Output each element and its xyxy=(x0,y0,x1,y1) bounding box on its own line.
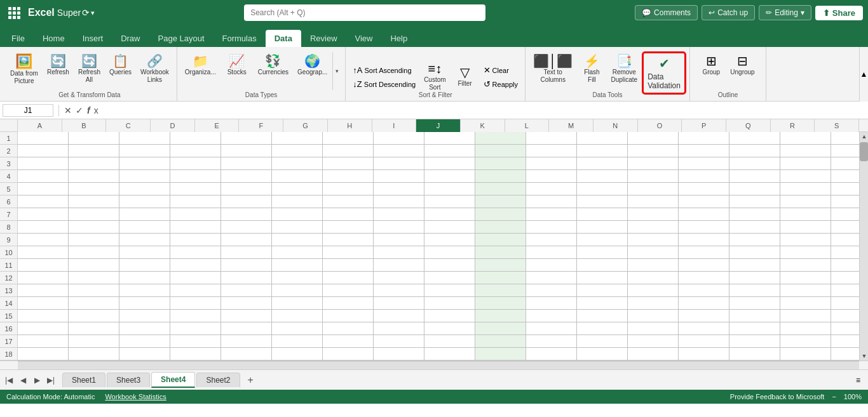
cell-I16[interactable] xyxy=(424,322,475,335)
cell-P17[interactable] xyxy=(780,335,831,348)
cell-K8[interactable] xyxy=(526,221,577,234)
confirm-formula-icon[interactable]: ✓ xyxy=(76,105,83,116)
row-header-1[interactable]: 1 xyxy=(0,132,17,145)
cell-D3[interactable] xyxy=(170,157,221,170)
cell-N6[interactable] xyxy=(679,195,729,208)
cell-O17[interactable] xyxy=(729,335,780,348)
col-header-C[interactable]: C xyxy=(106,119,151,132)
cell-P7[interactable] xyxy=(780,208,831,221)
cell-J4[interactable] xyxy=(475,170,526,183)
cell-F6[interactable] xyxy=(272,195,323,208)
cell-J18[interactable] xyxy=(475,348,526,361)
cell-D15[interactable] xyxy=(170,310,221,322)
cell-M8[interactable] xyxy=(628,221,679,234)
cell-I4[interactable] xyxy=(424,170,475,183)
cell-Q18[interactable] xyxy=(831,348,859,361)
cell-G15[interactable] xyxy=(323,310,374,322)
row-header-5[interactable]: 5 xyxy=(0,183,17,195)
cell-D11[interactable] xyxy=(170,259,221,272)
cell-G18[interactable] xyxy=(323,348,374,361)
cell-L14[interactable] xyxy=(577,297,628,310)
cell-D16[interactable] xyxy=(170,322,221,335)
cell-P5[interactable] xyxy=(780,183,831,195)
cell-O1[interactable] xyxy=(729,132,780,145)
cell-A1[interactable] xyxy=(18,132,69,145)
cell-B5[interactable] xyxy=(69,183,119,195)
cell-A6[interactable] xyxy=(18,195,69,208)
cell-J6[interactable] xyxy=(475,195,526,208)
cell-F10[interactable] xyxy=(272,246,323,259)
cell-I1[interactable] xyxy=(424,132,475,145)
cell-G17[interactable] xyxy=(323,335,374,348)
cell-P13[interactable] xyxy=(780,284,831,297)
cell-M3[interactable] xyxy=(628,157,679,170)
comments-button[interactable]: 💬 Comments xyxy=(635,5,698,20)
waffle-menu-icon[interactable] xyxy=(5,4,23,22)
cell-F15[interactable] xyxy=(272,310,323,322)
data-from-picture-button[interactable]: 🖼️ Data fromPicture xyxy=(6,52,42,88)
cell-K13[interactable] xyxy=(526,284,577,297)
cell-L4[interactable] xyxy=(577,170,628,183)
cell-D6[interactable] xyxy=(170,195,221,208)
row-header-14[interactable]: 14 xyxy=(0,297,17,310)
cell-H7[interactable] xyxy=(374,208,424,221)
cell-D8[interactable] xyxy=(170,221,221,234)
cell-G11[interactable] xyxy=(323,259,374,272)
horizontal-scrollbar[interactable] xyxy=(18,361,859,369)
cell-D12[interactable] xyxy=(170,272,221,284)
cell-H11[interactable] xyxy=(374,259,424,272)
cell-C1[interactable] xyxy=(119,132,170,145)
cell-D7[interactable] xyxy=(170,208,221,221)
cell-L2[interactable] xyxy=(577,145,628,157)
col-header-S[interactable]: S xyxy=(815,119,859,132)
cell-K9[interactable] xyxy=(526,234,577,246)
cell-Q1[interactable] xyxy=(831,132,859,145)
cell-L13[interactable] xyxy=(577,284,628,297)
cell-A2[interactable] xyxy=(18,145,69,157)
row-header-17[interactable]: 17 xyxy=(0,335,17,348)
col-header-D[interactable]: D xyxy=(151,119,195,132)
cell-L8[interactable] xyxy=(577,221,628,234)
cell-J5[interactable] xyxy=(475,183,526,195)
cell-N14[interactable] xyxy=(679,297,729,310)
row-header-8[interactable]: 8 xyxy=(0,221,17,234)
cell-H13[interactable] xyxy=(374,284,424,297)
cell-I6[interactable] xyxy=(424,195,475,208)
cell-K2[interactable] xyxy=(526,145,577,157)
cell-J14[interactable] xyxy=(475,297,526,310)
cell-N11[interactable] xyxy=(679,259,729,272)
cell-E3[interactable] xyxy=(221,157,272,170)
cell-I11[interactable] xyxy=(424,259,475,272)
cell-P2[interactable] xyxy=(780,145,831,157)
cell-J8[interactable] xyxy=(475,221,526,234)
cell-F16[interactable] xyxy=(272,322,323,335)
cell-B1[interactable] xyxy=(69,132,119,145)
zoom-out-icon[interactable]: − xyxy=(832,393,836,400)
cell-O9[interactable] xyxy=(729,234,780,246)
cell-C8[interactable] xyxy=(119,221,170,234)
cell-D9[interactable] xyxy=(170,234,221,246)
cell-L3[interactable] xyxy=(577,157,628,170)
cell-Q4[interactable] xyxy=(831,170,859,183)
cell-P18[interactable] xyxy=(780,348,831,361)
cell-M7[interactable] xyxy=(628,208,679,221)
sheet-next-button[interactable]: ▶ xyxy=(31,374,43,387)
cell-E2[interactable] xyxy=(221,145,272,157)
cell-C14[interactable] xyxy=(119,297,170,310)
cell-I8[interactable] xyxy=(424,221,475,234)
cell-M14[interactable] xyxy=(628,297,679,310)
ungroup-button[interactable]: ⊟ Ungroup xyxy=(726,52,758,79)
cell-Q5[interactable] xyxy=(831,183,859,195)
cell-O4[interactable] xyxy=(729,170,780,183)
cell-M16[interactable] xyxy=(628,322,679,335)
cell-C16[interactable] xyxy=(119,322,170,335)
cell-B9[interactable] xyxy=(69,234,119,246)
cell-O11[interactable] xyxy=(729,259,780,272)
workbook-links-button[interactable]: 🔗 WorkbookLinks xyxy=(137,52,173,86)
row-header-13[interactable]: 13 xyxy=(0,284,17,297)
cell-D10[interactable] xyxy=(170,246,221,259)
cell-J3[interactable] xyxy=(475,157,526,170)
cell-A16[interactable] xyxy=(18,322,69,335)
cell-B8[interactable] xyxy=(69,221,119,234)
cell-B2[interactable] xyxy=(69,145,119,157)
